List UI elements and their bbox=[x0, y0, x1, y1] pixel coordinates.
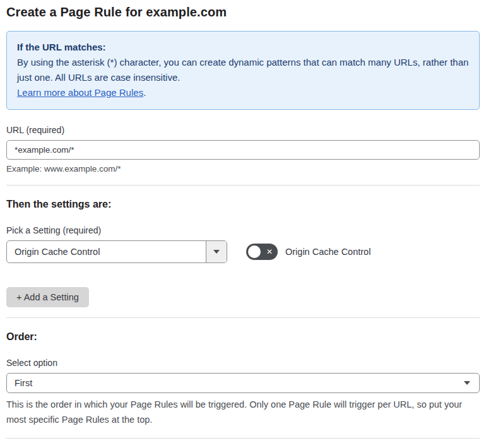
divider bbox=[6, 438, 480, 439]
order-select[interactable]: First bbox=[6, 373, 480, 393]
add-setting-button[interactable]: + Add a Setting bbox=[6, 287, 89, 307]
chevron-down-icon bbox=[464, 381, 470, 385]
info-box-body: By using the asterisk (*) character, you… bbox=[17, 55, 469, 85]
order-select-value: First bbox=[15, 378, 464, 388]
setting-select-caret-button[interactable] bbox=[206, 241, 227, 262]
toggle-label: Origin Cache Control bbox=[285, 247, 370, 257]
learn-more-link[interactable]: Learn more about Page Rules bbox=[17, 87, 143, 98]
divider bbox=[6, 185, 480, 186]
info-box-link-line: Learn more about Page Rules. bbox=[17, 85, 469, 100]
setting-select-value: Origin Cache Control bbox=[7, 241, 206, 262]
url-example-hint: Example: www.example.com/* bbox=[6, 164, 480, 174]
origin-cache-control-toggle[interactable]: ✕ bbox=[246, 244, 278, 260]
order-section-heading: Order: bbox=[6, 331, 480, 343]
link-suffix: . bbox=[143, 87, 146, 98]
toggle-knob bbox=[248, 245, 261, 258]
pick-setting-label: Pick a Setting (required) bbox=[6, 225, 480, 235]
setting-select[interactable]: Origin Cache Control bbox=[6, 240, 227, 263]
create-page-rule-panel: Create a Page Rule for example.com If th… bbox=[0, 0, 486, 448]
divider bbox=[6, 317, 480, 318]
page-title: Create a Page Rule for example.com bbox=[6, 5, 480, 20]
x-icon: ✕ bbox=[266, 248, 273, 256]
order-select-label: Select option bbox=[6, 358, 480, 368]
setting-row: Origin Cache Control ✕ Origin Cache Cont… bbox=[6, 240, 480, 263]
info-box-heading: If the URL matches: bbox=[17, 40, 469, 55]
chevron-down-icon bbox=[213, 250, 220, 254]
order-help-text: This is the order in which your Page Rul… bbox=[6, 397, 480, 427]
url-match-info-box: If the URL matches: By using the asteris… bbox=[6, 31, 480, 110]
settings-section-heading: Then the settings are: bbox=[6, 199, 480, 210]
url-input[interactable] bbox=[6, 140, 480, 160]
url-field-label: URL (required) bbox=[6, 125, 480, 135]
